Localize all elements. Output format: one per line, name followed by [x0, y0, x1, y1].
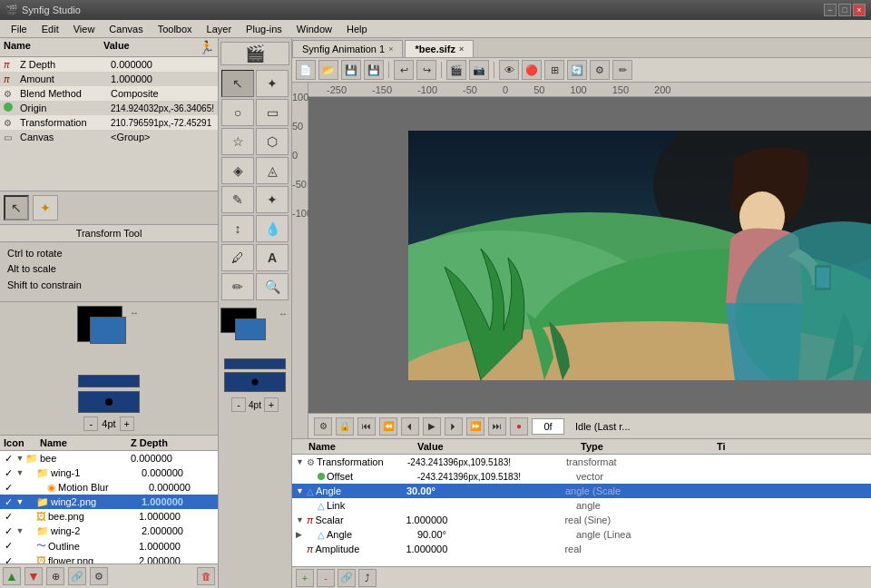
layer-row-beepng[interactable]: ✓ ▶ 🖼 bee.png 1.000000 [0, 509, 218, 524]
text-tool[interactable]: A [256, 244, 289, 271]
layer-check-wing1[interactable]: ✓ [2, 467, 15, 479]
menu-help[interactable]: Help [339, 22, 375, 36]
tab-close-1[interactable]: × [388, 44, 393, 54]
color-swatch-fg[interactable] [90, 317, 126, 344]
circle-tool[interactable]: ○ [221, 99, 254, 126]
preview-button[interactable]: 📷 [469, 60, 489, 80]
layer-expand-wing2png[interactable]: ▼ [15, 497, 25, 506]
toggle-animate-button[interactable]: 🔴 [522, 60, 542, 80]
param-expand-angle2[interactable]: ▶ [296, 530, 307, 539]
swap-colors-icon[interactable]: ↔ [130, 308, 139, 318]
maximize-button[interactable]: □ [838, 4, 851, 16]
layer-row-wing1[interactable]: ✓ ▼ 📁 wing-1 0.000000 [0, 466, 218, 480]
render-button[interactable]: 🎬 [446, 60, 466, 80]
rect-tool[interactable]: ▭ [256, 99, 289, 126]
canvas-next-frame-btn[interactable]: ⏵ [445, 417, 463, 436]
bg-color-swatch[interactable] [235, 318, 266, 340]
layer-check-wing2[interactable]: ✓ [2, 525, 15, 537]
canvas-next-btn[interactable]: ⏩ [466, 417, 484, 436]
param-row-scalar[interactable]: ▼ π Scalar 1.000000 real (Sine) [292, 513, 871, 527]
param-row-offset[interactable]: ▶ Offset -243.241396px,109.5183! vector [292, 469, 871, 484]
save-file-button[interactable]: 💾 [341, 60, 361, 80]
canvas-forward-btn[interactable]: ⏭ [488, 417, 506, 436]
canvas-anim-btn[interactable]: ● [510, 417, 528, 436]
swap-icon[interactable]: ↔ [279, 309, 288, 318]
pen-tool[interactable]: ✎ [221, 186, 254, 213]
layer-row-motionblur[interactable]: ✓ ▶ ◉ Motion Blur 0.000000 [0, 480, 218, 495]
param-export-btn[interactable]: ⤴ [358, 569, 377, 587]
layer-check-bee[interactable]: ✓ [2, 453, 15, 465]
layer-row-wing2png[interactable]: ✓ ▼ 📁 wing2.png 1.000000 [0, 495, 218, 509]
settings-button[interactable]: ⚙ [590, 60, 610, 80]
layer-check-flowerpng[interactable]: ✓ [2, 555, 15, 564]
menu-canvas[interactable]: Canvas [102, 22, 150, 36]
param-expand-angle[interactable]: ▼ [296, 486, 307, 495]
remove-layer-button[interactable]: ▼ [24, 567, 43, 585]
close-button[interactable]: × [853, 4, 866, 16]
layer-row-bee[interactable]: ✓ ▼ 📁 bee 0.000000 [0, 451, 218, 466]
canvas-play-btn[interactable]: ▶ [423, 417, 441, 436]
layer-check-motionblur[interactable]: ✓ [2, 482, 15, 494]
add-layer-button[interactable]: ▲ [3, 567, 21, 585]
param-link-btn[interactable]: 🔗 [338, 569, 356, 587]
canvas-prev-frame-btn[interactable]: ⏴ [401, 417, 419, 436]
param-expand-scalar[interactable]: ▼ [296, 515, 307, 524]
gradient-tool[interactable]: ◈ [221, 157, 254, 184]
transform-tool[interactable]: ↖ [221, 70, 254, 97]
grid-button[interactable]: ⊞ [544, 60, 564, 80]
stroke-plus[interactable]: + [264, 397, 279, 412]
canvas-lock-btn[interactable]: 🔒 [336, 417, 354, 436]
tab-bee-sifz[interactable]: *bee.sifz × [405, 40, 474, 57]
param-expand-transform[interactable]: ▼ [296, 457, 307, 466]
pen-canvas-button[interactable]: ✏ [612, 60, 632, 80]
param-add-btn[interactable]: + [296, 569, 314, 587]
param-row-link[interactable]: ▶ △ Link angle [292, 498, 871, 513]
save-as-button[interactable]: 💾 [364, 60, 384, 80]
layer-check-wing2png[interactable]: ✓ [2, 496, 15, 508]
node-tool[interactable]: ✦ [256, 70, 289, 97]
canvas-settings-btn[interactable]: ⚙ [314, 417, 332, 436]
layer-expand-wing1[interactable]: ▼ [15, 468, 25, 477]
star-tool[interactable]: ☆ [221, 128, 254, 155]
param-row-amplitude[interactable]: ▶ π Amplitude 1.000000 real [292, 542, 871, 556]
undo-button[interactable]: ↩ [394, 60, 414, 80]
sketch-tool[interactable]: ✏ [221, 273, 254, 300]
menu-edit[interactable]: Edit [34, 22, 66, 36]
frame-input[interactable] [532, 418, 564, 435]
menu-file[interactable]: File [4, 22, 34, 36]
canvas-prev-btn[interactable]: ⏪ [379, 417, 397, 436]
transform-tool-button[interactable]: ↖ [4, 195, 29, 220]
layer-row-outline[interactable]: ✓ ▶ 〜 Outline 1.000000 [0, 538, 218, 554]
tab-close-2[interactable]: × [459, 44, 464, 54]
width-tool[interactable]: ↕ [221, 215, 254, 242]
param-row-angle[interactable]: ▼ △ Angle 30.00° angle (Scale [292, 484, 871, 498]
param-remove-btn[interactable]: - [317, 569, 335, 587]
canvas-rewind-btn[interactable]: ⏮ [357, 417, 376, 436]
menu-layer[interactable]: Layer [200, 22, 240, 36]
quality-button[interactable]: 🔄 [567, 60, 587, 80]
layer-check-outline[interactable]: ✓ [2, 540, 15, 552]
delete-layer-button[interactable]: 🗑 [197, 567, 215, 585]
stroke-plus-button[interactable]: + [120, 416, 134, 431]
link-layer-button[interactable]: 🔗 [68, 567, 86, 585]
duplicate-layer-button[interactable]: ⊕ [46, 567, 64, 585]
redo-button[interactable]: ↪ [416, 60, 436, 80]
canvas-area[interactable] [308, 97, 871, 413]
feather-tool[interactable]: ◬ [256, 157, 289, 184]
settings-layer-button[interactable]: ⚙ [90, 567, 108, 585]
stroke-minus[interactable]: - [231, 397, 246, 412]
stroke-minus-button[interactable]: - [83, 416, 98, 431]
layer-row-wing2[interactable]: ✓ ▼ 📁 wing-2 2.000000 [0, 524, 218, 538]
minimize-button[interactable]: − [824, 4, 837, 16]
layer-check-beepng[interactable]: ✓ [2, 511, 15, 523]
menu-window[interactable]: Window [289, 22, 339, 36]
menu-view[interactable]: View [66, 22, 103, 36]
zoom-tool[interactable]: 🔍 [256, 273, 289, 300]
layer-row-flowerpng[interactable]: ✓ ▶ 🖼 flower.png 2.000000 [0, 554, 218, 564]
menu-plugins[interactable]: Plug-ins [239, 22, 289, 36]
param-row-angle2[interactable]: ▶ △ Angle 90.00° angle (Linea [292, 527, 871, 542]
polygon-tool[interactable]: ⬡ [256, 128, 289, 155]
eyedropper-tool[interactable]: 💧 [256, 215, 289, 242]
layer-expand-bee[interactable]: ▼ [15, 454, 25, 463]
new-file-button[interactable]: 📄 [296, 60, 316, 80]
